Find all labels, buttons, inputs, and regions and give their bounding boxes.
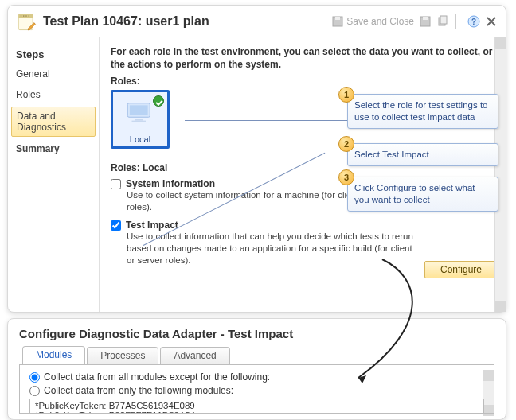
scroll-down-icon[interactable] (495, 301, 506, 312)
adapter-checkbox-testimpact[interactable] (111, 220, 121, 231)
tab-processes[interactable]: Processes (87, 347, 158, 364)
callout-badge-3: 3 (338, 169, 354, 185)
module-line-1: *PublicKeyToken: B03F5F7F11D50A3A (35, 410, 479, 414)
svg-point-4 (25, 15, 27, 17)
sidebar-item-summary[interactable]: Summary (8, 138, 99, 159)
page-title: Test Plan 10467: user1 plan (43, 14, 326, 29)
save-icon-2[interactable] (419, 15, 432, 28)
separator (455, 14, 456, 29)
module-line-0: *PublicKeyToken: B77A5C561934E089 (35, 401, 479, 410)
tab-advanced[interactable]: Advanced (160, 347, 229, 364)
arrow-curve-icon (334, 255, 462, 390)
callout-text: Select the role for test settings to use… (354, 100, 487, 122)
roles-label: Roles: (111, 76, 498, 87)
sidebar-item-general[interactable]: General (8, 64, 99, 84)
radio-label: Collect data from all modules except for… (44, 371, 270, 383)
intro-text: For each role in the test environment, y… (111, 45, 498, 71)
notepad-icon (16, 11, 37, 32)
svg-point-3 (23, 15, 25, 17)
callout-3: 3 Click Configure to select what you wan… (347, 177, 498, 212)
callout-text: Select Test Impact (354, 150, 429, 159)
svg-rect-11 (440, 16, 447, 24)
callout-leader-1 (185, 120, 347, 121)
svg-rect-15 (130, 106, 148, 115)
svg-rect-17 (132, 121, 147, 122)
callout-text: Click Configure to select what you want … (354, 183, 475, 204)
svg-point-5 (28, 15, 29, 17)
svg-rect-9 (423, 17, 428, 20)
radio-label: Collect data from only the following mod… (44, 385, 233, 396)
save-and-close-button[interactable]: Save and Close (331, 15, 414, 28)
radio-all-except-input[interactable] (29, 372, 40, 383)
role-caption: Local (113, 134, 167, 144)
callout-badge-1: 1 (338, 87, 354, 103)
tab-modules[interactable]: Modules (22, 346, 85, 364)
close-icon[interactable] (485, 15, 498, 28)
svg-rect-16 (135, 119, 143, 121)
svg-point-2 (21, 15, 22, 17)
copy-icon[interactable] (436, 15, 449, 28)
sidebar: Steps General Roles Data and Diagnostics… (8, 37, 100, 312)
help-icon[interactable]: ? (467, 15, 480, 28)
module-list[interactable]: *PublicKeyToken: B77A5C561934E089 *Publi… (29, 399, 484, 414)
sidebar-item-roles[interactable]: Roles (8, 84, 99, 105)
adapter-checkbox-sysinfo[interactable] (111, 179, 121, 189)
scroll-up-icon[interactable] (495, 37, 506, 49)
checkmark-badge-icon (153, 95, 164, 107)
sidebar-heading: Steps (8, 42, 99, 64)
svg-text:?: ? (471, 18, 476, 26)
sidebar-item-data-diagnostics[interactable]: Data and Diagnostics (11, 107, 96, 137)
save-close-label: Save and Close (346, 16, 414, 27)
radio-only-input[interactable] (29, 386, 40, 396)
scrollbar[interactable] (494, 37, 506, 312)
callout-badge-2: 2 (338, 136, 354, 152)
monitor-icon (126, 102, 154, 124)
callout-2: 2 Select Test Impact (347, 143, 498, 166)
svg-rect-7 (335, 17, 340, 20)
adapter-title: Test Impact (126, 220, 178, 231)
save-icon (331, 15, 344, 28)
adapter-title: System Information (126, 178, 215, 189)
role-tile-local[interactable]: Local (111, 90, 170, 149)
panel-header: Test Plan 10467: user1 plan Save and Clo… (8, 6, 506, 37)
callout-1: 1 Select the role for test settings to u… (347, 94, 498, 129)
